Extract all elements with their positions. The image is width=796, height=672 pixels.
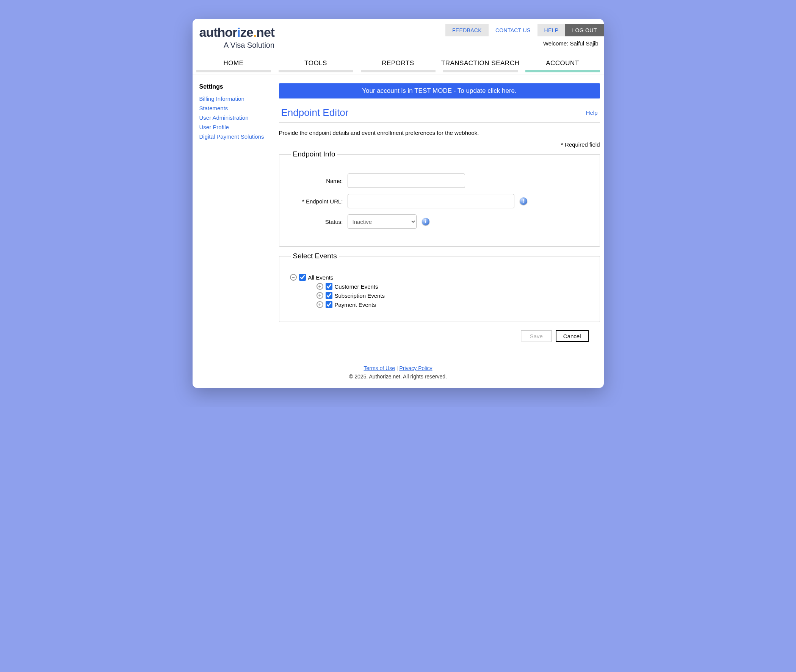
nav-tools[interactable]: TOOLS (275, 56, 357, 75)
info-icon[interactable]: i (422, 218, 430, 226)
page-help-link[interactable]: Help (586, 109, 600, 116)
page-description: Provide the endpoint details and event e… (279, 130, 600, 136)
expand-icon[interactable]: + (316, 301, 323, 308)
status-label: Status: (287, 219, 348, 225)
help-top-link[interactable]: HELP (538, 24, 565, 36)
nav-transaction-search[interactable]: TRANSACTION SEARCH (439, 56, 522, 75)
contact-us-link[interactable]: CONTACT US (489, 24, 538, 36)
sidebar-item-user-profile[interactable]: User Profile (199, 122, 275, 132)
nav-home[interactable]: HOME (193, 56, 275, 75)
payment-events-label: Payment Events (335, 302, 376, 308)
customer-events-checkbox[interactable] (326, 283, 332, 290)
welcome-text: Welcome: Saiful Sajib (543, 36, 604, 46)
customer-events-label: Customer Events (335, 283, 378, 290)
status-select[interactable]: Inactive (348, 214, 417, 229)
select-events-legend: Select Events (291, 252, 339, 260)
privacy-link[interactable]: Privacy Policy (399, 365, 432, 371)
feedback-link[interactable]: FEEDBACK (445, 24, 489, 36)
brand-logo: authorize.net A Visa Solution (198, 24, 275, 50)
expand-icon[interactable]: + (316, 283, 323, 290)
endpoint-info-fieldset: Endpoint Info Name: * Endpoint URL: i St… (279, 150, 600, 246)
sidebar-item-user-admin[interactable]: User Administration (199, 113, 275, 122)
cancel-button[interactable]: Cancel (556, 330, 589, 342)
sidebar-item-billing[interactable]: Billing Information (199, 94, 275, 103)
copyright-text: © 2025. Authorize.net. All rights reserv… (193, 373, 604, 379)
nav-account[interactable]: ACCOUNT (522, 56, 604, 75)
logout-button[interactable]: LOG OUT (565, 24, 603, 36)
payment-events-checkbox[interactable] (326, 301, 332, 308)
name-input[interactable] (348, 173, 465, 188)
sidebar-item-statements[interactable]: Statements (199, 103, 275, 113)
test-mode-banner[interactable]: Your account is in TEST MODE - To update… (279, 83, 600, 99)
required-field-note: * Required field (279, 141, 600, 148)
all-events-checkbox[interactable] (299, 274, 306, 281)
sidebar-item-digital-payment[interactable]: Digital Payment Solutions (199, 132, 275, 141)
subscription-events-label: Subscription Events (335, 293, 385, 299)
sidebar-heading: Settings (199, 83, 275, 90)
name-label: Name: (287, 178, 348, 184)
all-events-label: All Events (308, 274, 334, 281)
subscription-events-checkbox[interactable] (326, 292, 332, 299)
endpoint-info-legend: Endpoint Info (291, 150, 338, 158)
nav-reports[interactable]: REPORTS (357, 56, 439, 75)
info-icon[interactable]: i (520, 197, 527, 205)
endpoint-url-input[interactable] (348, 194, 514, 208)
save-button: Save (521, 330, 552, 342)
collapse-icon[interactable]: − (290, 274, 297, 281)
terms-link[interactable]: Terms of Use (364, 365, 395, 371)
select-events-fieldset: Select Events − All Events + Customer Ev… (279, 252, 600, 322)
expand-icon[interactable]: + (316, 292, 323, 299)
page-title: Endpoint Editor (279, 107, 349, 118)
endpoint-url-label: * Endpoint URL: (287, 198, 348, 205)
